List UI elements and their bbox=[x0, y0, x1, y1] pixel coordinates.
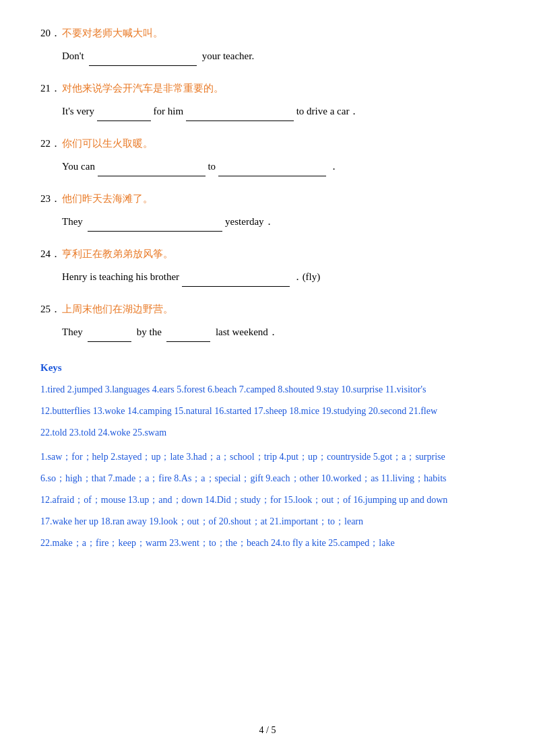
keys-line-1: 1.tired 2.jumped 3.languages 4.ears 5.fo… bbox=[40, 380, 495, 399]
page-number: 4 / 5 bbox=[259, 725, 276, 735]
question-20: 20． 不要对老师大喊大叫。 Don't your teacher. bbox=[40, 27, 495, 66]
q25-english: They by the last weekend． bbox=[62, 321, 495, 342]
q20-number: 20． bbox=[40, 27, 62, 40]
q23-text-1: They bbox=[62, 216, 83, 227]
q22-chinese: 你们可以生火取暖。 bbox=[62, 137, 153, 150]
q25-text-1: They bbox=[62, 327, 83, 337]
question-25: 25． 上周末他们在湖边野营。 They by the last weekend… bbox=[40, 303, 495, 342]
question-22: 22． 你们可以生火取暖。 You can to ． bbox=[40, 137, 495, 176]
question-23: 23． 他们昨天去海滩了。 They yesterday． bbox=[40, 193, 495, 232]
q21-text-2: for him bbox=[154, 106, 184, 116]
q23-chinese: 他们昨天去海滩了。 bbox=[62, 193, 153, 205]
q24-english: Henry is teaching his brother ．(fly) bbox=[62, 266, 495, 287]
q25-chinese: 上周末他们在湖边野营。 bbox=[62, 303, 173, 316]
q25-text-2: by the bbox=[137, 327, 162, 337]
q22-blank-1 bbox=[98, 156, 206, 176]
q21-chinese: 对他来说学会开汽车是非常重要的。 bbox=[62, 82, 224, 95]
q25-blank-2 bbox=[166, 321, 210, 342]
q20-english: Don't your teacher. bbox=[62, 45, 495, 66]
q20-text-before: Don't bbox=[62, 50, 84, 61]
q23-blank bbox=[88, 211, 222, 232]
q22-text-3: ． bbox=[329, 161, 339, 172]
keys-section: Keys 1.tired 2.jumped 3.languages 4.ears… bbox=[40, 362, 495, 553]
keys-line-7: 17.wake her up 18.ran away 19.look；out；o… bbox=[40, 512, 495, 531]
q25-number: 25． bbox=[40, 303, 62, 316]
q22-text-2: to bbox=[208, 161, 216, 172]
keys-line-6: 12.afraid；of；mouse 13.up；and；down 14.Did… bbox=[40, 491, 495, 510]
q24-number: 24． bbox=[40, 248, 62, 261]
question-24: 24． 亨利正在教弟弟放风筝。 Henry is teaching his br… bbox=[40, 248, 495, 287]
page-footer: 4 / 5 bbox=[40, 725, 495, 736]
keys-line-2: 12.butterflies 13.woke 14.camping 15.nat… bbox=[40, 402, 495, 421]
q24-chinese: 亨利正在教弟弟放风筝。 bbox=[62, 248, 173, 261]
q22-number: 22． bbox=[40, 137, 62, 150]
q20-chinese: 不要对老师大喊大叫。 bbox=[62, 27, 163, 40]
question-21: 21． 对他来说学会开汽车是非常重要的。 It's very for him t… bbox=[40, 82, 495, 121]
keys-title: Keys bbox=[40, 362, 495, 374]
q24-blank bbox=[182, 266, 290, 287]
q22-english: You can to ． bbox=[62, 156, 495, 176]
q21-text-3: to drive a car． bbox=[296, 106, 360, 116]
q23-english: They yesterday． bbox=[62, 211, 495, 232]
keys-line-4: 1.saw；for；help 2.stayed；up；late 3.had；a；… bbox=[40, 448, 495, 467]
q23-number: 23． bbox=[40, 193, 62, 205]
q21-english: It's very for him to drive a car． bbox=[62, 100, 495, 121]
q21-number: 21． bbox=[40, 82, 62, 95]
q20-text-after: your teacher. bbox=[202, 50, 254, 61]
keys-line-3: 22.told 23.told 24.woke 25.swam bbox=[40, 423, 495, 442]
q24-text-2: ．(fly) bbox=[292, 271, 321, 282]
q21-blank-2 bbox=[186, 100, 294, 121]
q23-text-2: yesterday． bbox=[225, 216, 274, 227]
q21-text-1: It's very bbox=[62, 106, 94, 116]
q21-blank-1 bbox=[97, 100, 151, 121]
q25-text-3: last weekend． bbox=[216, 327, 278, 337]
keys-line-8: 22.make；a；fire；keep；warm 23.went；to；the；… bbox=[40, 534, 495, 553]
q22-text-1: You can bbox=[62, 161, 95, 172]
q25-blank-1 bbox=[88, 321, 131, 342]
q24-text-1: Henry is teaching his brother bbox=[62, 271, 179, 282]
q20-blank bbox=[89, 45, 197, 66]
keys-line-5: 6.so；high；that 7.made；a；fire 8.As；a；spec… bbox=[40, 469, 495, 488]
q22-blank-2 bbox=[218, 156, 326, 176]
